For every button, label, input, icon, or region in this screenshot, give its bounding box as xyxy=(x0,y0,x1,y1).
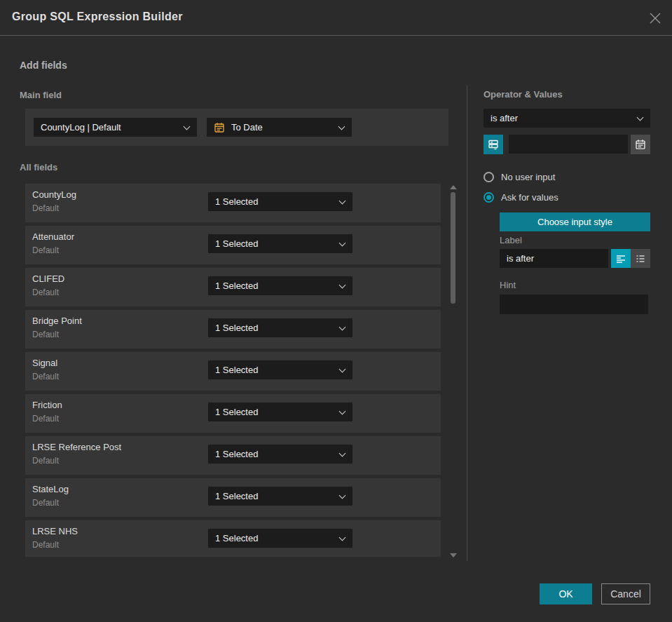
operator-values-label: Operator & Values xyxy=(484,89,563,100)
chevron-down-icon xyxy=(338,123,345,130)
chevron-down-icon xyxy=(339,323,346,330)
field-row: Signal Default 1 Selected xyxy=(25,352,441,391)
chevron-down-icon xyxy=(339,239,346,246)
field-row: CountyLog Default 1 Selected xyxy=(25,184,441,222)
cancel-button[interactable]: Cancel xyxy=(601,583,650,604)
field-row-select[interactable]: 1 Selected xyxy=(208,487,352,506)
chevron-down-icon xyxy=(339,492,346,499)
ok-button[interactable]: OK xyxy=(540,583,592,604)
field-row-subtitle: Default xyxy=(32,288,59,297)
dialog-title: Group SQL Expression Builder xyxy=(12,11,183,23)
radio-ask-for-values-label: Ask for values xyxy=(501,192,558,203)
field-row-select-value: 1 Selected xyxy=(215,238,258,249)
field-row: LRSE Reference Post Default 1 Selected xyxy=(25,436,441,475)
field-row-select-value: 1 Selected xyxy=(215,491,258,501)
field-row-select-value: 1 Selected xyxy=(215,533,258,543)
main-field-container: CountyLog | Default To Date xyxy=(25,109,448,146)
label-value-input[interactable] xyxy=(500,249,608,268)
field-row-name: LRSE Reference Post xyxy=(32,442,121,452)
all-fields-list: CountyLog Default 1 Selected Attenuator … xyxy=(25,184,441,557)
field-row-name: CLIFED xyxy=(32,273,64,284)
chevron-down-icon xyxy=(339,197,346,204)
dialog-titlebar: Group SQL Expression Builder xyxy=(0,0,672,36)
scrollbar-thumb[interactable] xyxy=(451,192,455,304)
choose-input-style-button[interactable]: Choose input style xyxy=(500,212,650,231)
field-row-subtitle: Default xyxy=(32,498,59,508)
field-row-subtitle: Default xyxy=(32,540,59,550)
field-row-subtitle: Default xyxy=(32,330,59,339)
field-row-select[interactable]: 1 Selected xyxy=(208,529,352,548)
chevron-down-icon xyxy=(339,365,346,372)
calendar-icon[interactable] xyxy=(631,135,650,154)
list-icon[interactable] xyxy=(631,249,650,268)
field-row: CLIFED Default 1 Selected xyxy=(25,268,441,306)
field-row-select-value: 1 Selected xyxy=(215,365,258,375)
field-row: Attenuator Default 1 Selected xyxy=(25,226,441,264)
chevron-down-icon xyxy=(339,534,346,541)
field-row-name: Signal xyxy=(32,358,57,368)
date-value-input[interactable] xyxy=(509,135,628,154)
field-row-select-value: 1 Selected xyxy=(215,196,258,207)
field-row-select[interactable]: 1 Selected xyxy=(208,192,352,211)
radio-ask-for-values[interactable]: Ask for values xyxy=(484,192,558,203)
chevron-down-icon xyxy=(339,449,346,457)
radio-no-user-input[interactable]: No user input xyxy=(484,172,555,182)
field-row-name: LRSE NHS xyxy=(32,526,78,536)
field-row: Friction Default 1 Selected xyxy=(25,394,441,433)
radio-no-user-input-label: No user input xyxy=(501,172,555,182)
field-row-subtitle: Default xyxy=(32,203,59,213)
field-row-select[interactable]: 1 Selected xyxy=(208,445,352,464)
field-row-select[interactable]: 1 Selected xyxy=(208,403,352,421)
field-row: StateLog Default 1 Selected xyxy=(25,478,441,517)
calendar-icon xyxy=(214,122,225,133)
field-row: Bridge Point Default 1 Selected xyxy=(25,310,441,349)
field-row-subtitle: Default xyxy=(32,245,59,255)
radio-circle-icon xyxy=(484,172,494,182)
field-row-name: CountyLog xyxy=(32,189,76,200)
field-row-select[interactable]: 1 Selected xyxy=(208,234,352,253)
field-row: LRSE NHS Default 1 Selected xyxy=(25,520,441,557)
panel-divider xyxy=(467,86,467,561)
field-type-select[interactable]: To Date xyxy=(207,118,352,137)
scrollbar-up-arrow[interactable] xyxy=(450,185,457,189)
main-field-select-value: CountyLog | Default xyxy=(41,122,121,133)
field-row-select[interactable]: 1 Selected xyxy=(208,360,352,379)
chevron-down-icon xyxy=(637,114,644,121)
hint-field-label: Hint xyxy=(500,280,516,290)
main-field-label: Main field xyxy=(20,90,62,100)
operator-select[interactable]: is after xyxy=(484,109,650,128)
add-fields-heading: Add fields xyxy=(20,60,67,71)
radio-selected-icon xyxy=(484,192,494,203)
field-row-subtitle: Default xyxy=(32,372,59,381)
field-row-select-value: 1 Selected xyxy=(215,323,258,333)
field-row-subtitle: Default xyxy=(32,414,59,424)
scrollbar-down-arrow[interactable] xyxy=(450,553,457,557)
field-row-select-value: 1 Selected xyxy=(215,407,258,417)
field-row-name: Friction xyxy=(32,400,62,410)
chevron-down-icon xyxy=(184,123,191,130)
field-row-select[interactable]: 1 Selected xyxy=(208,318,352,337)
operator-select-value: is after xyxy=(491,113,518,123)
main-field-select[interactable]: CountyLog | Default xyxy=(34,118,197,137)
label-field-label: Label xyxy=(500,235,522,245)
all-fields-label: All fields xyxy=(20,162,57,173)
field-row-select[interactable]: 1 Selected xyxy=(208,276,352,295)
field-row-select-value: 1 Selected xyxy=(215,280,258,291)
align-left-icon[interactable] xyxy=(611,249,631,268)
field-row-name: StateLog xyxy=(32,484,69,494)
chevron-down-icon xyxy=(339,407,346,414)
hint-value-input[interactable] xyxy=(500,295,648,314)
close-icon[interactable] xyxy=(648,11,662,25)
field-row-name: Attenuator xyxy=(32,231,74,242)
chevron-down-icon xyxy=(339,281,346,288)
field-row-select-value: 1 Selected xyxy=(215,449,258,459)
field-type-select-value: To Date xyxy=(231,122,263,133)
unique-values-icon[interactable] xyxy=(484,135,503,154)
field-row-subtitle: Default xyxy=(32,456,59,466)
field-row-name: Bridge Point xyxy=(32,316,82,326)
